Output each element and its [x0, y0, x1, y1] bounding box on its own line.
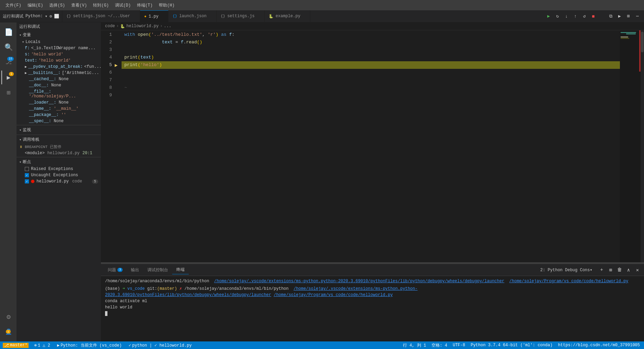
- menu-help[interactable]: 帮助(H): [156, 2, 177, 9]
- var-s-name: s:: [25, 52, 30, 57]
- line-num-6: 6: [104, 69, 112, 76]
- callstack-section-header[interactable]: ▾ 调用堆栈: [17, 136, 101, 144]
- var-s[interactable]: s: 'hello world': [17, 51, 101, 57]
- tab-example-py[interactable]: 🐍 example.py ✕: [264, 10, 310, 22]
- continue-button[interactable]: ▶: [545, 12, 552, 20]
- panel-close-button[interactable]: ✕: [634, 266, 641, 274]
- var-file[interactable]: __file__: '/home/solejay/P...: [17, 88, 101, 99]
- activity-extensions[interactable]: ⊞: [1, 86, 15, 99]
- breakpoint-helloworld[interactable]: ✓ helloworld.py code 5: [17, 178, 101, 184]
- menu-goto[interactable]: 转到(G): [90, 2, 112, 9]
- status-link[interactable]: https://blog.csdn.net/m0_37991005: [557, 343, 641, 348]
- menu-select[interactable]: 选择(S): [46, 2, 68, 9]
- breakpoints-section-header[interactable]: ▾ 断点: [17, 158, 101, 166]
- activity-account[interactable]: 👤1: [1, 325, 15, 339]
- menu-file[interactable]: 文件(F): [3, 2, 24, 9]
- raised-exceptions-checkbox[interactable]: [25, 167, 29, 171]
- var-doc[interactable]: __doc__: None: [17, 82, 101, 88]
- panel-up-button[interactable]: ∧: [625, 266, 632, 274]
- status-python-debug[interactable]: ▶ Python: 当前文件 (vs_code): [56, 342, 123, 348]
- var-builtins[interactable]: ▶ __builtins__: ['Arithmetic...: [17, 70, 101, 76]
- step-over-button[interactable]: ↻: [554, 12, 561, 20]
- var-pydev[interactable]: ▶ __pydev_stop_at_break: <fun...: [17, 64, 101, 70]
- var-cached[interactable]: __cached__: None: [17, 76, 101, 82]
- breakpoint-dot: [31, 180, 34, 183]
- activity-explorer[interactable]: 📄: [1, 25, 15, 39]
- activity-search[interactable]: 🔍: [1, 40, 15, 54]
- status-errors[interactable]: ⊕ 1 △ 2: [33, 343, 51, 348]
- var-cached-name: __cached__:: [29, 77, 56, 82]
- tab-settings-js[interactable]: {} settings.js ✕: [217, 10, 264, 22]
- menu-view[interactable]: 查看(V): [69, 2, 90, 9]
- scrollbar-vertical[interactable]: [641, 30, 644, 262]
- debug-config-btn[interactable]: ⚙: [50, 14, 52, 19]
- tab-problems[interactable]: 问题 3: [104, 266, 127, 274]
- helloworld-checkbox[interactable]: ✓: [25, 179, 29, 183]
- terminal-link-4[interactable]: /home/solejay/Program/vs_code/code/hello…: [274, 293, 393, 297]
- breadcrumb: code › 🐍 helloworld.py › ...: [101, 22, 644, 30]
- status-position[interactable]: 行 4, 列 1: [402, 342, 427, 348]
- open-preview-button[interactable]: ▶: [616, 12, 623, 20]
- tab-1py[interactable]: ● 1.py ✕: [140, 10, 168, 22]
- status-branch[interactable]: ⎇ master*: [3, 343, 29, 348]
- terminal-line-1: /home/solejay/anaconda3/envs/ml/bin/pyth…: [105, 278, 640, 284]
- tab-launch-json[interactable]: {} launch.json ✕: [168, 10, 216, 22]
- activity-settings[interactable]: ⚙: [1, 310, 15, 324]
- python-selector[interactable]: Python:: [25, 14, 43, 19]
- status-python-env[interactable]: ✓ python | ✓ helloworld.py: [127, 343, 193, 348]
- var-name[interactable]: __name__: '__main__': [17, 106, 101, 112]
- watch-section-header[interactable]: ▾ 监视: [17, 126, 101, 134]
- variables-section-header[interactable]: ▾ 变量: [17, 31, 101, 39]
- var-loader[interactable]: __loader__: None: [17, 99, 101, 106]
- debug-panel-toggle[interactable]: ⬜: [54, 14, 59, 19]
- tab-output[interactable]: 输出: [127, 266, 143, 274]
- status-encoding[interactable]: UTF-8: [451, 343, 467, 348]
- new-terminal-button[interactable]: +: [598, 266, 605, 274]
- terminal-link-2[interactable]: /home/solejay/Program/vs_code/code/hello…: [509, 279, 629, 284]
- var-text[interactable]: text: 'hello world': [17, 57, 101, 64]
- status-python-version[interactable]: Python 3.7.4 64-bit ('ml': conda): [469, 343, 554, 348]
- status-spaces[interactable]: 空格: 4: [430, 342, 449, 348]
- debug-sidebar-title: 运行和调试: [19, 24, 40, 30]
- menu-debug[interactable]: 调试(D): [112, 2, 134, 9]
- split-layout-button[interactable]: ⊞: [625, 12, 632, 20]
- tab-debug-console[interactable]: 调试控制台: [143, 266, 172, 274]
- split-editor-button[interactable]: ⧉: [607, 12, 614, 20]
- var-spec[interactable]: __spec__: None: [17, 118, 101, 124]
- tab-bar: 运行和调试 Python: ▾ ⚙ ⬜ {} settings.json ~/.…: [0, 10, 644, 22]
- menu-edit[interactable]: 编辑(E): [25, 2, 46, 9]
- var-f[interactable]: f: <_io.TextIOWrapper name...: [17, 45, 101, 51]
- python-env-chevron[interactable]: ▾: [45, 14, 47, 19]
- main-container: 📄 🔍 ⎇ 15 ▶ 1 ⊞ ⚙ 👤1 运行和调试: [0, 22, 644, 341]
- split-terminal-button[interactable]: ⊞: [607, 266, 614, 274]
- var-package[interactable]: __package__: '': [17, 112, 101, 118]
- breakpoint-raised[interactable]: Raised Exceptions: [17, 166, 101, 172]
- activity-debug[interactable]: ▶ 1: [1, 71, 15, 84]
- step-out-button[interactable]: ↑: [572, 12, 579, 20]
- code-editor[interactable]: with open('../test/hello.txt', 'r') as f…: [122, 30, 620, 262]
- debug-run-label: 运行和调试: [3, 13, 23, 19]
- stop-button[interactable]: ◼: [590, 12, 597, 20]
- trash-terminal-button[interactable]: 🗑: [616, 266, 623, 274]
- step-into-button[interactable]: ↓: [563, 12, 570, 20]
- debug-badge: 1: [9, 72, 14, 76]
- activity-source-control[interactable]: ⎇ 15: [1, 55, 15, 69]
- callstack-item-1[interactable]: <module> helloworld.py 20:1: [17, 150, 101, 156]
- terminal-content[interactable]: /home/solejay/anaconda3/envs/ml/bin/pyth…: [101, 276, 644, 341]
- terminal-line-3: conda activate ml: [105, 298, 640, 304]
- tab-terminal[interactable]: 终端: [172, 265, 189, 274]
- locals-header[interactable]: ▾ Locals: [17, 39, 101, 45]
- uncaught-exceptions-checkbox[interactable]: ✓: [25, 173, 29, 177]
- breakpoints-chevron: ▾: [19, 160, 21, 164]
- terminal-link-1[interactable]: /home/solejay/.vscode/extensions/ms-pyth…: [214, 279, 505, 284]
- scrollbar-thumb[interactable]: [641, 32, 644, 52]
- menu-terminal[interactable]: 终端(T): [134, 2, 156, 9]
- breakpoint-uncaught[interactable]: ✓ Uncaught Exceptions: [17, 172, 101, 178]
- error-icon: ⊕: [34, 343, 37, 348]
- tab-settings-json[interactable]: {} settings.json ~/...User ✕: [62, 10, 140, 22]
- restart-button[interactable]: ↺: [581, 12, 588, 20]
- more-actions-button[interactable]: ⋯: [634, 12, 641, 20]
- sidebar-divider-2: [17, 135, 101, 135]
- code-line-3: [122, 46, 620, 54]
- sidebar-divider-3: [17, 157, 101, 157]
